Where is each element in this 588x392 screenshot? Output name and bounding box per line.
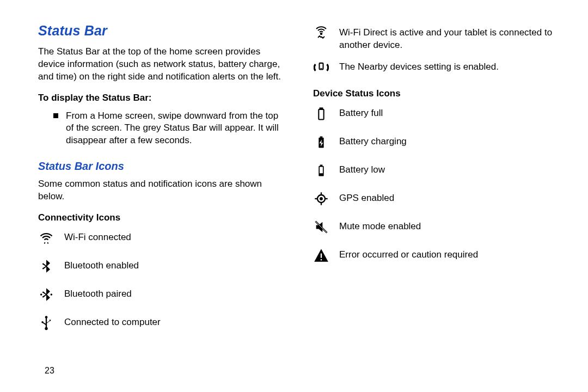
icon-label: Battery charging	[339, 134, 407, 148]
usb-icon	[38, 315, 54, 331]
icon-label: Bluetooth enabled	[64, 258, 139, 272]
nearby-devices-icon	[313, 59, 329, 76]
gps-icon	[313, 191, 329, 207]
svg-rect-20	[315, 198, 317, 199]
list-item: GPS enabled	[313, 191, 561, 207]
list-item: Connected to computer	[38, 315, 286, 331]
list-item: Battery full	[313, 106, 561, 122]
battery-charging-icon	[313, 134, 329, 150]
warning-icon	[313, 247, 329, 264]
list-item: Battery low	[313, 162, 561, 179]
icon-label: GPS enabled	[339, 191, 394, 205]
right-column: Wi-Fi Direct is active and your tablet i…	[313, 22, 561, 343]
list-item: Wi-Fi Direct is active and your tablet i…	[313, 25, 561, 52]
bluetooth-paired-icon	[38, 286, 54, 303]
list-item: Battery charging	[313, 134, 561, 150]
heading-status-bar: Status Bar	[38, 22, 286, 40]
svg-rect-14	[320, 164, 323, 166]
heading-status-bar-icons: Status Bar Icons	[38, 159, 286, 174]
icon-label: Bluetooth paired	[64, 286, 132, 301]
connectivity-icons-continued: Wi-Fi Direct is active and your tablet i…	[313, 25, 561, 76]
svg-rect-9	[318, 109, 323, 120]
bullet-text: From a Home screen, swipe downward from …	[66, 110, 286, 148]
list-item: Wi-Fi connected	[38, 230, 286, 246]
bullet-item: From a Home screen, swipe downward from …	[53, 110, 286, 148]
svg-point-4	[45, 327, 47, 330]
svg-rect-24	[321, 253, 322, 258]
svg-rect-25	[321, 259, 322, 260]
svg-point-1	[51, 293, 53, 296]
intro-paragraph: The Status Bar at the top of the home sc…	[38, 46, 286, 83]
svg-rect-3	[46, 318, 47, 328]
bluetooth-icon	[38, 258, 54, 274]
left-column: Status Bar The Status Bar at the top of …	[38, 22, 286, 343]
svg-point-0	[40, 293, 42, 296]
device-icons-list: Battery full Battery charging	[313, 106, 561, 264]
svg-point-5	[41, 321, 44, 323]
battery-low-icon	[313, 162, 329, 179]
heading-connectivity-icons: Connectivity Icons	[38, 212, 286, 224]
icon-label: Error occurred or caution required	[339, 247, 478, 261]
svg-rect-12	[320, 136, 323, 137]
wifi-icon	[38, 230, 54, 246]
page-number: 23	[45, 365, 54, 377]
icon-label: Wi-Fi Direct is active and your tablet i…	[339, 25, 561, 52]
icon-label: Mute mode enabled	[339, 219, 421, 233]
icon-label: Wi-Fi connected	[64, 230, 131, 244]
svg-rect-8	[320, 68, 322, 69]
icon-label: Connected to computer	[64, 315, 161, 329]
list-item: Bluetooth enabled	[38, 258, 286, 274]
svg-point-17	[320, 197, 323, 200]
bullet-icon	[53, 113, 58, 118]
icon-label: Battery low	[339, 162, 385, 176]
svg-rect-21	[325, 198, 328, 199]
heading-device-status-icons: Device Status Icons	[313, 88, 561, 100]
battery-full-icon	[313, 106, 329, 122]
svg-rect-10	[320, 108, 323, 109]
connectivity-icons-list: Wi-Fi connected Bluetooth enabled Blu	[38, 230, 286, 331]
mute-icon	[313, 219, 329, 235]
list-item: Mute mode enabled	[313, 219, 561, 235]
svg-rect-18	[321, 192, 322, 195]
icon-label: The Nearby devices setting is enabled.	[339, 59, 499, 74]
svg-rect-15	[320, 167, 323, 173]
list-item: The Nearby devices setting is enabled.	[313, 59, 561, 76]
svg-rect-19	[321, 203, 322, 205]
icon-label: Battery full	[339, 106, 383, 120]
list-item: Error occurred or caution required	[313, 247, 561, 264]
icons-intro: Some common status and notification icon…	[38, 178, 286, 203]
heading-display-status-bar: To display the Status Bar:	[38, 92, 286, 105]
svg-point-6	[321, 33, 322, 35]
list-item: Bluetooth paired	[38, 286, 286, 303]
wifi-direct-icon	[313, 25, 329, 41]
